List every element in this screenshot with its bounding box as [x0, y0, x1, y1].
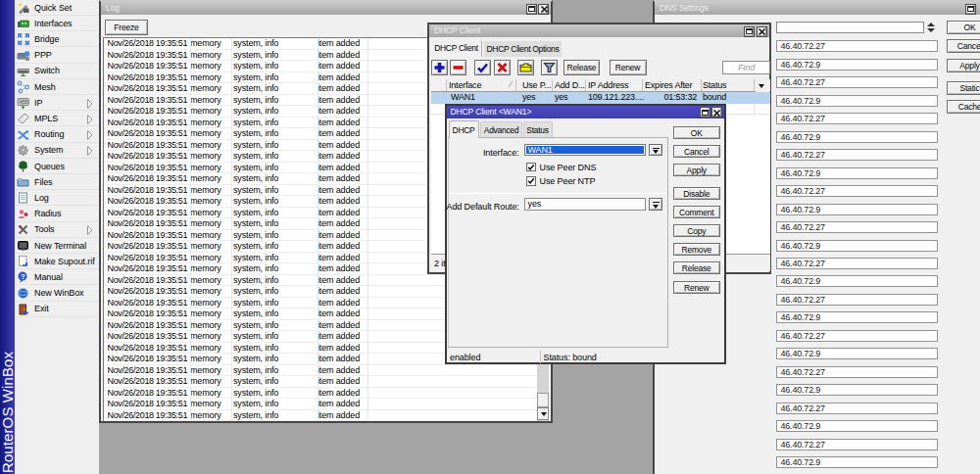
svg-text:455: 455 — [20, 99, 28, 105]
svg-text:?: ? — [21, 273, 24, 280]
